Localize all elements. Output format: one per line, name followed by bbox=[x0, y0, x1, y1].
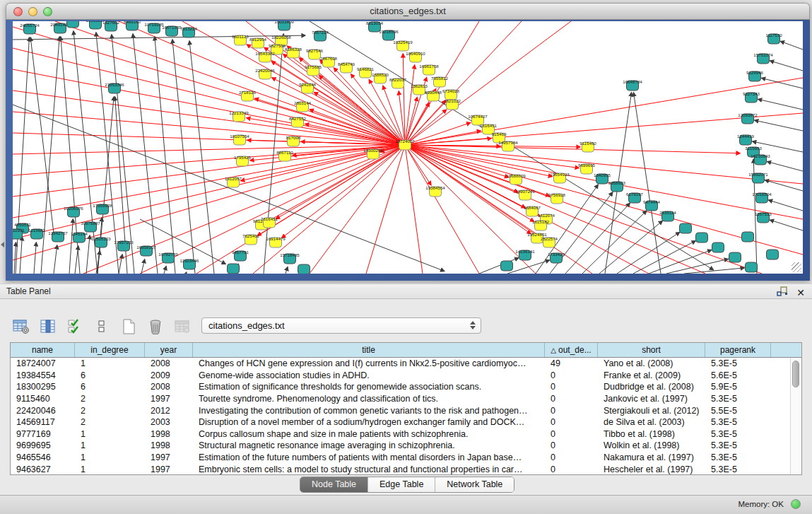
column-header-short[interactable]: short bbox=[598, 343, 705, 357]
yellow-node[interactable]: 8912954 bbox=[249, 37, 267, 49]
teal-node[interactable]: 1244419 bbox=[737, 134, 755, 146]
column-header-pagerank[interactable]: pagerank bbox=[705, 343, 771, 357]
teal-node[interactable]: 2935114 bbox=[659, 210, 676, 222]
new-table-icon[interactable] bbox=[119, 317, 139, 337]
yellow-node[interactable]: 9699695 bbox=[578, 163, 596, 175]
column-header-name[interactable]: name bbox=[11, 343, 75, 357]
table-cell[interactable]: 2008 bbox=[145, 382, 193, 392]
yellow-node[interactable]: 18107554 bbox=[230, 134, 249, 146]
table-cell[interactable]: 0 bbox=[545, 394, 598, 404]
tab-network-table[interactable]: Network Table bbox=[435, 477, 514, 492]
scrollbar-thumb[interactable] bbox=[792, 361, 799, 387]
yellow-node[interactable]: 1795425 bbox=[234, 155, 252, 167]
table-cell[interactable]: 0 bbox=[545, 382, 598, 392]
black-edge[interactable] bbox=[119, 255, 122, 274]
black-edge[interactable] bbox=[755, 120, 803, 131]
teal-node[interactable]: 8466160 bbox=[124, 21, 141, 30]
table-cell[interactable]: Jankovic et al. (1997) bbox=[598, 394, 705, 404]
black-edge[interactable] bbox=[767, 162, 803, 171]
red-edge[interactable] bbox=[405, 65, 415, 145]
select-all-rows-icon[interactable] bbox=[65, 317, 85, 337]
float-panel-icon[interactable] bbox=[777, 286, 788, 299]
show-column-icon[interactable] bbox=[38, 317, 58, 337]
yellow-node[interactable]: 1588520 bbox=[372, 72, 389, 84]
table-cell[interactable]: Genome-wide association studies in ADHD. bbox=[193, 370, 545, 380]
yellow-node[interactable]: 8990448 bbox=[425, 90, 442, 102]
teal-node[interactable]: 7513224 bbox=[180, 26, 198, 38]
column-header-in_degree[interactable]: in_degree bbox=[75, 343, 145, 357]
table-row[interactable]: 1872400712008Changes of HCN gene express… bbox=[11, 358, 801, 370]
row-height-icon[interactable] bbox=[92, 317, 112, 337]
yellow-node[interactable]: 18907249 bbox=[515, 189, 535, 201]
table-cell[interactable]: 1 bbox=[75, 465, 145, 474]
table-cell[interactable]: Dudbridge et al. (2008) bbox=[598, 382, 705, 392]
black-edge[interactable] bbox=[34, 243, 36, 274]
table-row[interactable]: 1938455462009Genome-wide association stu… bbox=[11, 370, 801, 382]
yellow-node[interactable]: 16961758 bbox=[419, 64, 439, 76]
table-cell[interactable]: 0 bbox=[545, 406, 598, 416]
table-row[interactable]: 2242004622012Investigating the contribut… bbox=[11, 404, 801, 416]
teal-node[interactable] bbox=[680, 223, 692, 233]
table-cell[interactable]: Changes of HCN gene expression and I(f) … bbox=[193, 358, 545, 368]
teal-node[interactable]: 11923446 bbox=[180, 258, 199, 270]
yellow-node[interactable]: 8601123 bbox=[232, 34, 249, 46]
table-cell[interactable]: Disruption of a novel member of a sodium… bbox=[193, 417, 545, 427]
black-edge[interactable] bbox=[780, 41, 803, 49]
table-row[interactable]: 946554611997Estimation of the future num… bbox=[11, 452, 801, 464]
vertical-scrollbar[interactable] bbox=[790, 358, 801, 474]
teal-node[interactable]: 10719185 bbox=[144, 22, 164, 34]
table-cell[interactable]: 5.3E-5 bbox=[705, 358, 771, 368]
table-cell[interactable]: 2012 bbox=[145, 406, 193, 416]
table-cell[interactable]: Stergiakouli et al. (2012) bbox=[598, 406, 705, 416]
delete-table-icon[interactable] bbox=[146, 317, 165, 337]
close-panel-icon[interactable]: ✕ bbox=[796, 288, 805, 298]
red-edge[interactable] bbox=[13, 90, 405, 145]
black-edge[interactable] bbox=[30, 37, 54, 233]
red-edge[interactable] bbox=[405, 145, 740, 153]
teal-node[interactable]: 15992071 bbox=[748, 172, 768, 184]
black-edge[interactable] bbox=[186, 272, 187, 274]
column-header-year[interactable]: year bbox=[145, 343, 193, 357]
table-cell[interactable]: 1 bbox=[75, 452, 145, 462]
table-cell[interactable]: Franke et al. (2009) bbox=[598, 370, 705, 380]
column-header-title[interactable]: title bbox=[193, 343, 545, 357]
teal-node[interactable]: 8958923 bbox=[608, 180, 626, 192]
teal-node[interactable]: 16958107 bbox=[136, 245, 156, 257]
black-edge[interactable] bbox=[758, 99, 803, 110]
teal-node[interactable]: 16033809 bbox=[274, 21, 294, 30]
black-edge[interactable] bbox=[762, 78, 803, 88]
teal-node[interactable] bbox=[67, 21, 79, 28]
import-table-icon[interactable] bbox=[172, 317, 192, 337]
teal-node[interactable]: 1527602 bbox=[102, 21, 120, 31]
yellow-node[interactable]: 1912057 bbox=[225, 176, 242, 188]
red-edge[interactable] bbox=[13, 112, 405, 145]
teal-node[interactable] bbox=[729, 252, 741, 262]
table-cell[interactable]: 1 bbox=[75, 429, 145, 439]
table-cell[interactable]: Estimation of the future numbers of pati… bbox=[193, 452, 545, 462]
yellow-node[interactable]: 7955812 bbox=[431, 76, 449, 88]
yellow-node[interactable]: 1615182 bbox=[532, 219, 550, 231]
network-window-titlebar[interactable]: citations_edges.txt bbox=[6, 3, 810, 20]
red-edge[interactable] bbox=[13, 69, 405, 145]
black-edge[interactable] bbox=[54, 245, 57, 274]
black-edge[interactable] bbox=[507, 260, 549, 274]
red-edge[interactable] bbox=[405, 139, 491, 145]
table-cell[interactable]: 0 bbox=[545, 429, 598, 439]
table-cell[interactable]: 18724007 bbox=[11, 358, 75, 368]
yellow-node[interactable]: 8454749 bbox=[338, 62, 355, 74]
teal-node[interactable]: 1117530 bbox=[765, 33, 782, 45]
yellow-node[interactable]: 16914479 bbox=[266, 236, 286, 248]
table-cell[interactable]: 1998 bbox=[145, 440, 193, 450]
teal-node[interactable]: 15718485 bbox=[280, 252, 300, 264]
black-edge[interactable] bbox=[769, 200, 803, 211]
teal-node[interactable]: 1145194 bbox=[71, 231, 88, 243]
yellow-node[interactable]: 8867110 bbox=[276, 150, 293, 162]
yellow-node[interactable]: 2803144 bbox=[294, 100, 312, 112]
black-edge[interactable] bbox=[172, 40, 195, 274]
table-cell[interactable]: Tibbo et al. (1998) bbox=[598, 429, 705, 439]
table-cell[interactable]: 0 bbox=[545, 440, 598, 450]
teal-node[interactable] bbox=[746, 262, 758, 272]
table-cell[interactable]: 19384554 bbox=[11, 370, 75, 380]
black-edge[interactable] bbox=[69, 219, 73, 274]
resize-grip-icon[interactable] bbox=[792, 262, 801, 272]
